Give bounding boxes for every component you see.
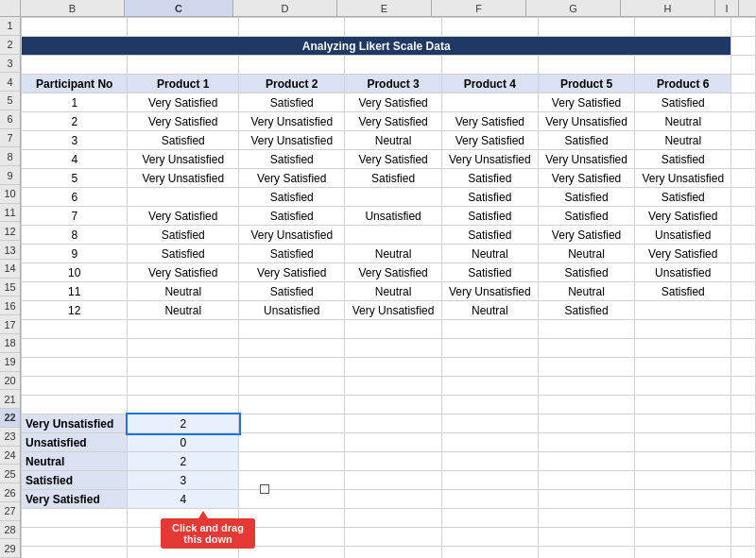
row-3 — [22, 56, 756, 75]
cell-b3[interactable] — [22, 56, 128, 75]
value-unsatisfied[interactable]: 0 — [128, 433, 239, 452]
row-num-5[interactable]: 5 — [0, 92, 20, 110]
col-header-i[interactable]: I — [715, 0, 739, 16]
cell-i5[interactable] — [731, 93, 756, 112]
col-header-c[interactable]: C — [125, 0, 233, 16]
table-row: 1 Very Satisfied Satisfied Very Satisfie… — [22, 93, 756, 112]
row-29 — [22, 547, 756, 559]
label-unsatisfied: Unsatisfied — [22, 433, 128, 452]
main-grid-area: 1 2 3 4 5 6 7 8 9 10 11 12 13 14 15 16 1… — [0, 17, 756, 558]
summary-row-very-unsatisfied: Very Unsatisfied 2 — [22, 414, 756, 433]
row-17 — [22, 320, 756, 339]
cell-p4[interactable] — [441, 93, 538, 112]
spreadsheet: B C D E F G H I 1 2 3 4 5 6 7 8 9 10 11 … — [0, 0, 756, 558]
row-num-12[interactable]: 12 — [0, 222, 20, 241]
summary-row-very-satisfied: Very Satisfied 4 — [22, 490, 756, 509]
table-row: 9 Satisfied Satisfied Neutral Neutral Ne… — [22, 245, 756, 263]
row-num-15[interactable]: 15 — [0, 279, 20, 297]
value-neutral[interactable]: 2 — [128, 452, 239, 471]
row-num-1[interactable]: 1 — [0, 17, 20, 36]
row-num-7[interactable]: 7 — [0, 129, 20, 148]
header-product2: Product 2 — [239, 75, 345, 93]
header-product1: Product 1 — [128, 75, 239, 93]
row-num-20[interactable]: 20 — [0, 372, 20, 391]
value-very-unsatisfied[interactable]: 2 — [128, 414, 239, 433]
table-row: 10 Very Satisfied Very Satisfied Very Sa… — [22, 263, 756, 282]
table-row: 12 Neutral Unsatisfied Very Unsatisfied … — [22, 301, 756, 320]
label-satisfied: Satisfied — [22, 471, 128, 490]
cell-p2[interactable]: Satisfied — [239, 93, 345, 112]
column-headers: B C D E F G H I — [0, 0, 756, 17]
header-product3: Product 3 — [345, 75, 441, 93]
row-num-6[interactable]: 6 — [0, 110, 20, 129]
cell-b1[interactable] — [22, 18, 128, 37]
row-21 — [22, 396, 756, 414]
row-num-9[interactable]: 9 — [0, 166, 20, 185]
cell-i1[interactable] — [731, 18, 756, 37]
row-num-13[interactable]: 13 — [0, 241, 20, 260]
row-num-4[interactable]: 4 — [0, 73, 20, 92]
cell-g3[interactable] — [538, 56, 634, 75]
summary-row-neutral: Neutral 2 — [22, 452, 756, 471]
cell-h1[interactable] — [635, 18, 731, 37]
col-header-e[interactable]: E — [337, 0, 432, 16]
cell-i4[interactable] — [731, 75, 756, 93]
row-18 — [22, 339, 756, 358]
row-num-16[interactable]: 16 — [0, 296, 20, 315]
cell-h3[interactable] — [635, 56, 731, 75]
table-row: 6 Satisfied Satisfied Satisfied Satisfie… — [22, 188, 756, 207]
row-num-25[interactable]: 25 — [0, 465, 20, 483]
cell-f1[interactable] — [441, 18, 538, 37]
main-table: Analyzing Likert Scale Data Participa — [21, 17, 756, 558]
value-satisfied[interactable]: 3 — [128, 471, 239, 490]
row-num-29[interactable]: 29 — [0, 539, 20, 558]
cell-c1[interactable] — [128, 18, 239, 37]
cell-i3[interactable] — [731, 56, 756, 75]
row-numbers: 1 2 3 4 5 6 7 8 9 10 11 12 13 14 15 16 1… — [0, 17, 21, 558]
cell-c3[interactable] — [128, 56, 239, 75]
row-num-23[interactable]: 23 — [0, 428, 20, 447]
row-num-27[interactable]: 27 — [0, 502, 20, 521]
row-num-26[interactable]: 26 — [0, 483, 20, 502]
header-product6: Product 6 — [635, 75, 731, 93]
row-19 — [22, 358, 756, 377]
value-very-satisfied[interactable]: 4 — [128, 490, 239, 509]
col-header-b[interactable]: B — [21, 0, 125, 16]
cell-f3[interactable] — [441, 56, 538, 75]
cell-p3[interactable]: Very Satisfied — [345, 93, 441, 112]
row-num-28[interactable]: 28 — [0, 521, 20, 540]
row-num-2[interactable]: 2 — [0, 36, 20, 55]
cell-p5[interactable]: Very Satisfied — [538, 93, 634, 112]
row-num-22[interactable]: 22 — [0, 409, 20, 428]
row-num-21[interactable]: 21 — [0, 390, 20, 409]
cell-e1[interactable] — [345, 18, 441, 37]
grid-content: Analyzing Likert Scale Data Participa — [21, 17, 756, 558]
cell-g1[interactable] — [538, 18, 634, 37]
cell-i2[interactable] — [731, 37, 756, 56]
title-cell: Analyzing Likert Scale Data — [22, 37, 731, 56]
cell-e3[interactable] — [345, 56, 441, 75]
row-num-10[interactable]: 10 — [0, 185, 20, 204]
cell-p1[interactable]: Very Satisfied — [128, 93, 239, 112]
header-participant: Participant No — [22, 75, 128, 93]
col-header-h[interactable]: H — [621, 0, 715, 16]
row-num-18[interactable]: 18 — [0, 334, 20, 353]
row-num-24[interactable]: 24 — [0, 447, 20, 465]
row-num-11[interactable]: 11 — [0, 204, 20, 223]
cell-d1[interactable] — [239, 18, 345, 37]
row-num-8[interactable]: 8 — [0, 147, 20, 166]
row-num-19[interactable]: 19 — [0, 353, 20, 372]
label-neutral: Neutral — [22, 452, 128, 471]
cell-d3[interactable] — [239, 56, 345, 75]
col-header-f[interactable]: F — [432, 0, 526, 16]
row-num-3[interactable]: 3 — [0, 55, 20, 74]
fill-handle[interactable] — [260, 484, 269, 494]
row-num-17[interactable]: 17 — [0, 315, 20, 334]
row-1 — [22, 18, 756, 37]
row-num-14[interactable]: 14 — [0, 260, 20, 279]
cell-p6[interactable]: Satisfied — [635, 93, 731, 112]
col-header-d[interactable]: D — [233, 0, 337, 16]
header-product5: Product 5 — [538, 75, 634, 93]
cell-participant[interactable]: 1 — [22, 93, 128, 112]
col-header-g[interactable]: G — [526, 0, 621, 16]
